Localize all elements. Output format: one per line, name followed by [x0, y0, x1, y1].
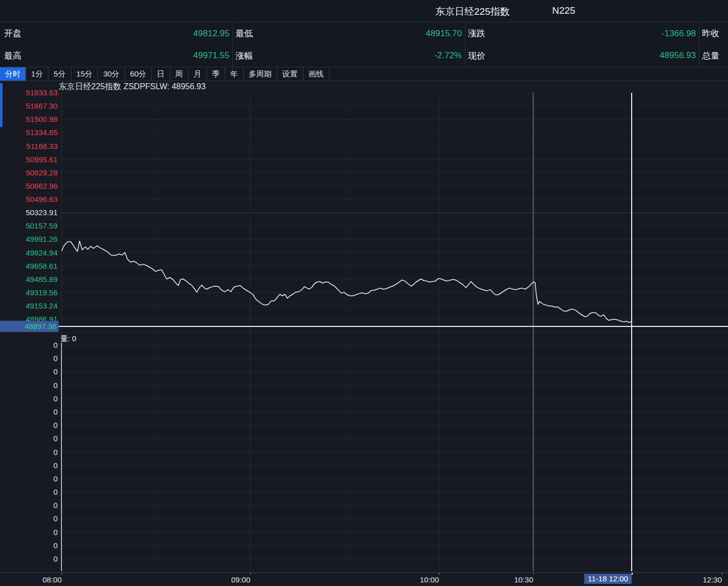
info-cell: 现价48956.93 — [465, 45, 699, 67]
tab-日[interactable]: 日 — [152, 67, 170, 81]
price-axis-tick: 50995.61 — [0, 156, 58, 164]
title-bar: 东京日经225指数 N225 — [0, 0, 728, 22]
time-axis-bar: 08:0009:0010:0010:3011-18 12:0012:30 — [0, 572, 728, 586]
info-cell: 总量 — [699, 45, 728, 67]
price-axis-tick: 51667.30 — [0, 102, 58, 110]
price-axis-tick: 49824.94 — [0, 249, 58, 257]
volume-axis-tick: 0 — [0, 421, 58, 429]
info-cell: 开盘49812.95 — [0, 22, 232, 45]
time-axis-tick — [439, 573, 439, 575]
time-axis-label: 09:00 — [231, 575, 250, 584]
price-axis-tick: 50662.96 — [0, 182, 58, 190]
info-column: 最低48915.70涨幅-2.72% — [232, 22, 465, 67]
price-axis-tick: 51334.65 — [0, 129, 58, 137]
info-label: 涨跌 — [465, 28, 485, 39]
instrument-symbol: N225 — [552, 5, 575, 16]
tab-1分[interactable]: 1分 — [26, 67, 48, 81]
tab-设置[interactable]: 设置 — [277, 67, 303, 81]
crosshair-time-tag: 11-18 12:00 — [584, 574, 632, 584]
price-axis-tick: 51168.33 — [0, 142, 58, 150]
tab-分时[interactable]: 分时 — [0, 67, 26, 81]
time-axis-tick — [722, 573, 722, 575]
time-axis-label: 12:30 — [703, 575, 722, 584]
left-scroll-indicator[interactable] — [0, 83, 3, 127]
price-line — [62, 241, 631, 322]
volume-axis-tick: 0 — [0, 435, 58, 443]
volume-axis-tick: 0 — [0, 501, 58, 509]
info-value: 49812.95 — [21, 29, 232, 39]
tab-5分[interactable]: 5分 — [48, 67, 71, 81]
price-axis-tick: 51500.98 — [0, 115, 58, 123]
price-axis-tick: 50496.63 — [0, 195, 58, 203]
period-tab-bar: 分时1分5分15分30分60分日周月季年多周期设置画线 — [0, 67, 728, 81]
tabbar-filler — [329, 67, 728, 81]
volume-axis-tick: 0 — [0, 488, 58, 496]
info-cell: 最高49971.55 — [0, 45, 232, 67]
chart-area[interactable]: 51833.6351667.3051500.9851334.6551168.33… — [0, 81, 728, 572]
price-axis-tick: 50829.28 — [0, 169, 58, 177]
volume-axis-tick: 0 — [0, 475, 58, 483]
time-axis-tick — [632, 573, 633, 575]
price-axis-tick: 49485.89 — [0, 275, 58, 284]
tab-60分[interactable]: 60分 — [125, 67, 152, 81]
tab-周[interactable]: 周 — [170, 67, 189, 81]
volume-legend: 量: 0 — [60, 334, 76, 344]
info-value: 48915.70 — [253, 29, 465, 39]
chart-legend: 东京日经225指数 ZSDPFSLW: 48956.93 — [59, 82, 205, 92]
time-axis-label: 08:00 — [42, 575, 62, 584]
info-label: 昨收 — [699, 28, 719, 39]
price-axis-tick: 49153.24 — [0, 302, 58, 310]
info-value: -2.72% — [253, 50, 465, 61]
time-axis-tick — [533, 573, 534, 575]
info-cell: 涨跌-1366.98 — [465, 22, 699, 45]
info-value: 48956.93 — [485, 50, 699, 61]
info-label: 最高 — [0, 50, 21, 62]
time-axis-label: 10:00 — [420, 575, 439, 584]
info-label: 最低 — [233, 28, 253, 39]
tab-15分[interactable]: 15分 — [71, 67, 98, 81]
tab-月[interactable]: 月 — [189, 67, 207, 81]
instrument-title: 东京日经225指数 — [435, 5, 510, 18]
volume-axis-tick: 0 — [0, 515, 58, 523]
volume-axis-tick: 0 — [0, 341, 58, 349]
volume-axis-tick: 0 — [0, 448, 58, 456]
tab-画线[interactable]: 画线 — [303, 67, 329, 81]
quote-info-bar: 开盘49812.95最高49971.55最低48915.70涨幅-2.72%涨跌… — [0, 22, 728, 67]
info-label: 总量 — [699, 50, 719, 62]
tab-30分[interactable]: 30分 — [98, 67, 125, 81]
price-axis-tick: 49319.56 — [0, 289, 58, 297]
volume-axis-tick: 0 — [0, 555, 58, 563]
price-axis-tick: 49991.26 — [0, 235, 58, 243]
volume-axis-tick: 0 — [0, 462, 58, 470]
volume-axis-tick: 0 — [0, 542, 58, 550]
time-axis-label: 10:30 — [514, 575, 533, 584]
tab-年[interactable]: 年 — [225, 67, 244, 81]
info-label: 现价 — [465, 50, 485, 62]
info-cell: 昨收 — [699, 22, 728, 45]
chart-canvas — [0, 81, 728, 572]
volume-axis-tick: 0 — [0, 528, 58, 537]
stock-app-window: { "window": { "title": "东京日经225指数", "sym… — [0, 0, 728, 586]
info-column: 昨收总量 — [699, 22, 728, 67]
price-axis-tick: 50323.91 — [0, 209, 58, 217]
info-label: 开盘 — [0, 28, 21, 39]
volume-axis-tick: 0 — [0, 381, 58, 390]
tab-多周期[interactable]: 多周期 — [244, 67, 277, 81]
tab-季[interactable]: 季 — [207, 67, 225, 81]
info-column: 涨跌-1366.98现价48956.93 — [465, 22, 699, 67]
price-axis-tick: 51833.63 — [0, 89, 58, 97]
info-cell: 最低48915.70 — [233, 22, 465, 45]
volume-axis-tick: 0 — [0, 408, 58, 416]
volume-axis-tick: 0 — [0, 368, 58, 376]
time-axis-tick — [250, 573, 251, 575]
info-value: 49971.55 — [21, 50, 232, 61]
time-axis-tick — [62, 573, 62, 575]
info-cell: 涨幅-2.72% — [233, 45, 465, 67]
info-column: 开盘49812.95最高49971.55 — [0, 22, 232, 67]
price-axis-tick: 50157.59 — [0, 222, 58, 230]
price-axis-tick: 49658.61 — [0, 262, 58, 270]
volume-axis-tick: 0 — [0, 354, 58, 363]
info-label: 涨幅 — [233, 50, 253, 62]
info-value: -1366.98 — [485, 29, 699, 39]
volume-axis-tick: 0 — [0, 395, 58, 403]
